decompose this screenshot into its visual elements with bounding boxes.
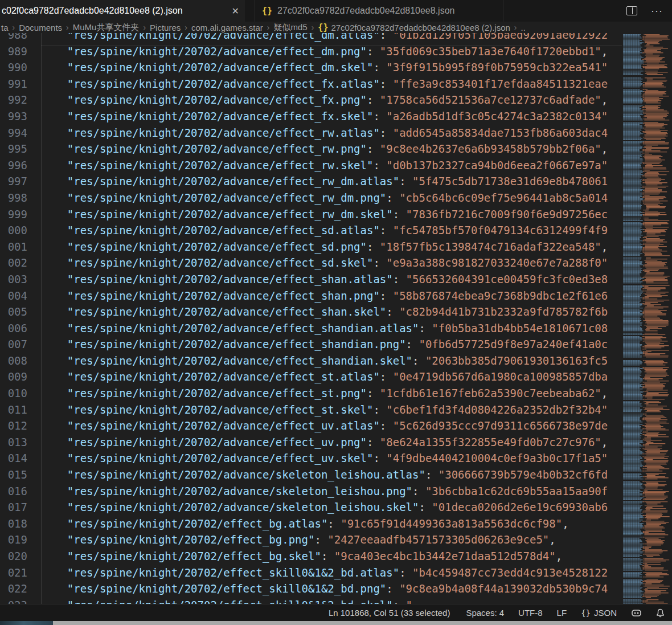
line-number: 998 xyxy=(0,190,27,206)
code-line[interactable]: 013 "res/spine/knight/20702/advance/effe… xyxy=(0,434,622,451)
code-line[interactable]: 995 "res/spine/knight/20702/advance/effe… xyxy=(0,141,622,157)
line-number: 011 xyxy=(0,402,27,418)
breadcrumb-file-label: 27c02f0ca9782d7edadcb0e42d810ee8 (2).jso… xyxy=(331,23,510,32)
line-number: 022 xyxy=(0,581,27,597)
code-line[interactable]: 018 "res/spine/knight/20702/effect_bg.at… xyxy=(0,516,622,532)
line-number: 990 xyxy=(0,59,27,76)
encoding-status[interactable]: UTF-8 xyxy=(518,608,543,618)
code-line[interactable]: 002 "res/spine/knight/20702/advance/effe… xyxy=(0,255,622,271)
code-line[interactable]: 993 "res/spine/knight/20702/advance/effe… xyxy=(0,108,622,125)
line-number: 996 xyxy=(0,157,27,174)
line-number: 992 xyxy=(0,92,27,108)
code-line[interactable]: 005 "res/spine/knight/20702/advance/effe… xyxy=(0,304,622,320)
close-icon[interactable]: ✕ xyxy=(232,6,239,17)
code-line[interactable]: 999 "res/spine/knight/20702/advance/effe… xyxy=(0,206,622,223)
line-number: 014 xyxy=(0,450,27,467)
code-lines: 988 "res/spine/knight/20702/advance/effe… xyxy=(0,33,622,604)
breadcrumb-separator: › xyxy=(185,23,187,32)
code-line[interactable]: 003 "res/spine/knight/20702/advance/effe… xyxy=(0,271,622,288)
copilot-icon[interactable] xyxy=(631,608,642,618)
tab-inactive-file[interactable]: {} 27c02f0ca9782d7edadcb0e42d810ee8.json xyxy=(255,0,503,22)
code-line[interactable]: 020 "res/spine/knight/20702/effect_bg.sk… xyxy=(0,548,622,565)
line-number: 993 xyxy=(0,108,27,125)
code-line[interactable]: 004 "res/spine/knight/20702/advance/effe… xyxy=(0,288,622,304)
breadcrumb-item[interactable]: 疑似md5 xyxy=(274,22,308,33)
tab-label: c02f0ca9782d7edadcb0e42d810ee8 (2).json xyxy=(2,6,183,16)
eol-status[interactable]: LF xyxy=(557,608,567,618)
breadcrumb-separator: › xyxy=(267,23,270,32)
tab-label: 27c02f0ca9782d7edadcb0e42d810ee8.json xyxy=(277,6,454,16)
code-line[interactable]: 021 "res/spine/knight/20702/effect_skill… xyxy=(0,565,622,581)
line-number: 008 xyxy=(0,353,27,369)
code-line[interactable]: 992 "res/spine/knight/20702/advance/effe… xyxy=(0,92,622,108)
line-number: 017 xyxy=(0,499,27,516)
vscode-window: c02f0ca9782d7edadcb0e42d810ee8 (2).json … xyxy=(0,0,672,625)
code-line[interactable]: 007 "res/spine/knight/20702/advance/effe… xyxy=(0,336,622,353)
split-editor-icon[interactable] xyxy=(626,6,637,15)
line-number: 002 xyxy=(0,255,27,271)
line-number: 991 xyxy=(0,76,27,92)
indentation-status[interactable]: Spaces: 4 xyxy=(466,608,504,618)
minimap[interactable] xyxy=(622,33,672,604)
breadcrumb-item[interactable]: com.ali.games.star xyxy=(191,23,263,32)
code-line[interactable]: 015 "res/spine/knight/20702/advance/skel… xyxy=(0,467,622,483)
tab-bar: c02f0ca9782d7edadcb0e42d810ee8 (2).json … xyxy=(0,0,672,22)
scroll-shadow xyxy=(41,45,622,46)
breadcrumb-item[interactable]: MuMu共享文件夹 xyxy=(73,22,140,33)
code-line[interactable]: 991 "res/spine/knight/20702/advance/effe… xyxy=(0,76,622,92)
code-line[interactable]: 017 "res/spine/knight/20702/advance/skel… xyxy=(0,499,622,516)
code-line[interactable]: 006 "res/spine/knight/20702/advance/effe… xyxy=(0,320,622,337)
breadcrumb-item-file[interactable]: {}27c02f0ca9782d7edadcb0e42d810ee8 (2).j… xyxy=(318,22,510,32)
line-number: 997 xyxy=(0,173,27,190)
code-line[interactable]: 996 "res/spine/knight/20702/advance/effe… xyxy=(0,157,622,174)
line-number: 020 xyxy=(0,548,27,565)
status-bar: Ln 101868, Col 51 (33 selected) Spaces: … xyxy=(0,604,672,621)
taskbar-corner-widget xyxy=(0,621,53,625)
line-number: 018 xyxy=(0,516,27,532)
code-line[interactable]: 988 "res/spine/knight/20702/advance/effe… xyxy=(0,33,622,43)
breadcrumb-item[interactable]: Pictures xyxy=(150,23,181,32)
line-number: 009 xyxy=(0,369,27,385)
code-line[interactable]: 011 "res/spine/knight/20702/advance/effe… xyxy=(0,402,622,418)
code-line[interactable]: 019 "res/spine/knight/20702/effect_bg.pn… xyxy=(0,532,622,548)
code-line[interactable]: 022 "res/spine/knight/20702/effect_skill… xyxy=(0,581,622,597)
code-line[interactable]: 010 "res/spine/knight/20702/advance/effe… xyxy=(0,385,622,402)
code-line[interactable]: 990 "res/spine/knight/20702/advance/effe… xyxy=(0,59,622,76)
code-line[interactable]: 016 "res/spine/knight/20702/advance/skel… xyxy=(0,483,622,500)
taskbar-edge-strip xyxy=(0,621,672,625)
line-number: 988 xyxy=(0,33,27,43)
breadcrumb-separator: › xyxy=(143,23,146,32)
line-number: 004 xyxy=(0,288,27,304)
code-line[interactable]: 008 "res/spine/knight/20702/advance/effe… xyxy=(0,353,622,369)
code-line[interactable]: 009 "res/spine/knight/20702/advance/effe… xyxy=(0,369,622,385)
breadcrumb-item[interactable]: Documents xyxy=(19,23,62,32)
breadcrumb-item[interactable]: ta xyxy=(1,23,9,32)
more-actions-icon[interactable]: ··· xyxy=(651,5,663,17)
notifications-bell-icon[interactable] xyxy=(656,608,665,618)
line-number: 003 xyxy=(0,271,27,288)
json-file-icon: {} xyxy=(262,6,272,16)
breadcrumb-tail[interactable]: .. xyxy=(521,23,526,32)
cursor-position-status[interactable]: Ln 101868, Col 51 (33 selected) xyxy=(329,608,450,618)
breadcrumb: ta›Documents›MuMu共享文件夹›Pictures›com.ali.… xyxy=(0,22,672,33)
code-line[interactable]: 001 "res/spine/knight/20702/advance/effe… xyxy=(0,239,622,255)
line-number: 005 xyxy=(0,304,27,320)
breadcrumb-separator: › xyxy=(13,23,15,32)
code-line[interactable]: 994 "res/spine/knight/20702/advance/effe… xyxy=(0,125,622,141)
line-number: 989 xyxy=(0,43,27,60)
code-line[interactable]: 012 "res/spine/knight/20702/advance/effe… xyxy=(0,418,622,434)
json-braces-icon: {} xyxy=(581,608,591,618)
code-line[interactable]: 014 "res/spine/knight/20702/advance/effe… xyxy=(0,450,622,467)
code-line[interactable]: 000 "res/spine/knight/20702/advance/effe… xyxy=(0,222,622,239)
line-number: 021 xyxy=(0,565,27,581)
code-line[interactable]: 998 "res/spine/knight/20702/advance/effe… xyxy=(0,190,622,206)
code-line[interactable]: 023 "res/spine/knight/20702/effect_skill… xyxy=(0,597,622,604)
tab-active-file[interactable]: c02f0ca9782d7edadcb0e42d810ee8 (2).json … xyxy=(0,0,245,22)
line-number: 016 xyxy=(0,483,27,500)
editor-actions: ··· xyxy=(626,0,672,22)
editor[interactable]: 988 "res/spine/knight/20702/advance/effe… xyxy=(0,33,672,604)
breadcrumb-separator: › xyxy=(312,23,314,32)
language-mode-status[interactable]: {} JSON xyxy=(581,608,617,618)
code-line[interactable]: 997 "res/spine/knight/20702/advance/effe… xyxy=(0,173,622,190)
breadcrumb-separator: › xyxy=(66,23,69,32)
